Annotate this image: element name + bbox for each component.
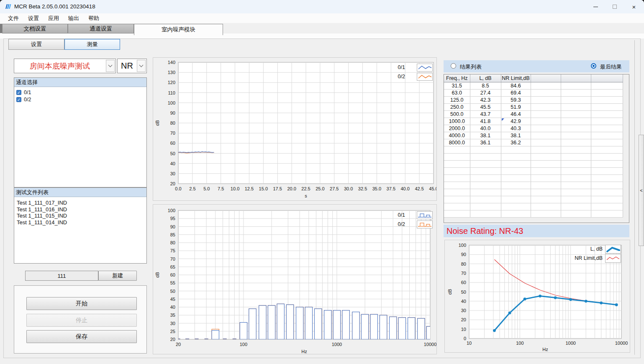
table-cell[interactable]: 1000.0 bbox=[444, 118, 470, 125]
table-cell[interactable] bbox=[501, 174, 531, 182]
channel-row[interactable]: ✓ 0/1 bbox=[14, 88, 146, 95]
table-row[interactable]: 125.042.359.3 bbox=[444, 96, 623, 103]
close-button[interactable]: × bbox=[624, 0, 644, 13]
channel-row[interactable]: ✓ 0/2 bbox=[14, 95, 146, 103]
start-button[interactable]: 开始 bbox=[26, 297, 137, 310]
table-cell[interactable] bbox=[531, 146, 561, 153]
table-cell[interactable] bbox=[470, 182, 501, 189]
maximize-button[interactable] bbox=[605, 0, 624, 13]
table-cell[interactable] bbox=[531, 125, 561, 132]
table-cell[interactable] bbox=[591, 146, 623, 153]
save-button[interactable]: 保存 bbox=[26, 330, 137, 343]
table-cell[interactable] bbox=[470, 210, 501, 217]
legend-item[interactable]: 0/1 bbox=[385, 210, 433, 220]
table-row[interactable]: 8000.036.136.2 bbox=[444, 139, 623, 146]
table-cell[interactable] bbox=[561, 139, 591, 146]
table-cell[interactable] bbox=[561, 118, 591, 125]
subtab-measure[interactable]: 测量 bbox=[64, 39, 120, 50]
table-cell[interactable] bbox=[531, 110, 561, 118]
table-cell[interactable] bbox=[561, 174, 591, 182]
table-row[interactable] bbox=[444, 160, 623, 167]
last-result-radio[interactable] bbox=[591, 63, 596, 69]
table-cell[interactable] bbox=[561, 103, 591, 110]
file-list[interactable]: Test 1_111_017_INDTest 1_111_016_INDTest… bbox=[14, 197, 146, 225]
table-cell[interactable] bbox=[591, 96, 623, 103]
table-cell[interactable] bbox=[531, 96, 561, 103]
table-cell[interactable]: 8.5 bbox=[470, 82, 501, 89]
table-cell[interactable] bbox=[501, 196, 531, 203]
table-cell[interactable] bbox=[501, 146, 531, 153]
table-row[interactable]: 500.043.746.4 bbox=[444, 110, 623, 118]
table-cell[interactable]: 69.4 bbox=[501, 89, 531, 96]
table-cell[interactable] bbox=[470, 203, 501, 210]
legend-item[interactable]: L, dB bbox=[566, 244, 621, 254]
table-cell[interactable] bbox=[470, 174, 501, 182]
table-cell[interactable] bbox=[591, 125, 623, 132]
table-row[interactable] bbox=[444, 210, 623, 217]
results-list-radio-label[interactable]: 结果列表 bbox=[460, 63, 482, 71]
table-cell[interactable] bbox=[591, 132, 623, 139]
table-cell[interactable] bbox=[591, 110, 623, 118]
column-header[interactable]: Freq., Hz bbox=[444, 74, 470, 82]
table-cell[interactable] bbox=[444, 153, 470, 160]
minimize-button[interactable] bbox=[586, 0, 605, 13]
table-cell[interactable] bbox=[561, 203, 591, 210]
table-cell[interactable]: 40.0 bbox=[470, 125, 501, 132]
table-cell[interactable] bbox=[501, 167, 531, 174]
table-cell[interactable] bbox=[501, 160, 531, 167]
file-item[interactable]: Test 1_111_015_IND bbox=[14, 212, 146, 219]
rating-combobox[interactable]: NR bbox=[117, 59, 147, 73]
table-row[interactable] bbox=[444, 167, 623, 174]
table-cell[interactable] bbox=[501, 210, 531, 217]
column-header[interactable] bbox=[591, 74, 623, 82]
table-cell[interactable] bbox=[531, 196, 561, 203]
table-cell[interactable]: 42.9 bbox=[501, 118, 531, 125]
table-cell[interactable] bbox=[444, 160, 470, 167]
legend-item[interactable]: 0/2 bbox=[385, 220, 433, 229]
table-row[interactable] bbox=[444, 196, 623, 203]
table-cell[interactable] bbox=[470, 196, 501, 203]
table-cell[interactable] bbox=[444, 189, 470, 196]
table-cell[interactable] bbox=[561, 189, 591, 196]
table-row[interactable] bbox=[444, 203, 623, 210]
subtab-settings[interactable]: 设置 bbox=[8, 39, 64, 50]
checkbox-checked-icon[interactable]: ✓ bbox=[16, 90, 21, 95]
column-header[interactable]: NR Limit,dB bbox=[501, 74, 531, 82]
table-cell[interactable]: 2000.0 bbox=[444, 125, 470, 132]
table-cell[interactable] bbox=[591, 210, 623, 217]
table-cell[interactable] bbox=[591, 160, 623, 167]
table-cell[interactable] bbox=[470, 146, 501, 153]
results-list-radio[interactable] bbox=[451, 63, 456, 69]
rating-dropdown-button[interactable] bbox=[137, 60, 146, 72]
table-cell[interactable] bbox=[531, 89, 561, 96]
stop-button[interactable]: 停止 bbox=[26, 314, 137, 327]
table-cell[interactable]: 84.6 bbox=[501, 82, 531, 89]
table-cell[interactable] bbox=[561, 196, 591, 203]
checkbox-checked-icon[interactable]: ✓ bbox=[16, 97, 21, 102]
table-cell[interactable]: 36.2 bbox=[501, 139, 531, 146]
table-cell[interactable] bbox=[561, 167, 591, 174]
panel-collapse-handle[interactable]: < bbox=[639, 135, 644, 246]
table-row[interactable]: 4000.038.138.1 bbox=[444, 132, 623, 139]
menu-settings[interactable]: 设置 bbox=[23, 14, 44, 23]
table-cell[interactable]: 59.3 bbox=[501, 96, 531, 103]
table-row[interactable] bbox=[444, 174, 623, 182]
table-cell[interactable] bbox=[531, 82, 561, 89]
table-cell[interactable] bbox=[444, 182, 470, 189]
table-cell[interactable] bbox=[561, 125, 591, 132]
legend-item[interactable]: NR Limit,dB bbox=[566, 254, 621, 263]
table-cell[interactable] bbox=[561, 146, 591, 153]
table-cell[interactable] bbox=[591, 167, 623, 174]
table-row[interactable]: 250.045.551.9 bbox=[444, 103, 623, 110]
menu-output[interactable]: 输出 bbox=[64, 14, 84, 23]
table-cell[interactable] bbox=[591, 153, 623, 160]
table-cell[interactable]: 8000.0 bbox=[444, 139, 470, 146]
table-cell[interactable]: 250.0 bbox=[444, 103, 470, 110]
table-cell[interactable] bbox=[470, 189, 501, 196]
table-row[interactable] bbox=[444, 146, 623, 153]
table-cell[interactable] bbox=[561, 110, 591, 118]
table-cell[interactable] bbox=[470, 160, 501, 167]
legend-item[interactable]: 0/2 bbox=[385, 72, 433, 81]
column-header[interactable] bbox=[561, 74, 591, 82]
table-cell[interactable] bbox=[561, 153, 591, 160]
